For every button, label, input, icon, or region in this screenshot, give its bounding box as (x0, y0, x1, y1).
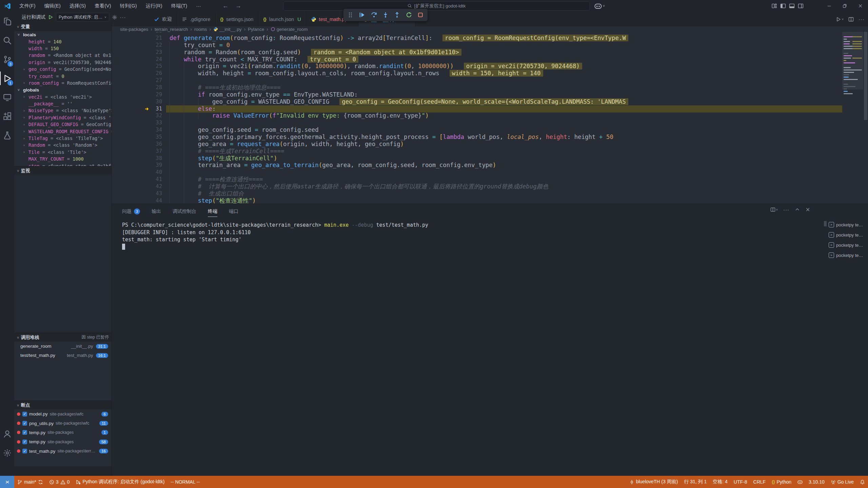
variable-row[interactable]: ›room_config = RoomRequestConfig(env_t… (14, 80, 112, 86)
variable-row[interactable]: __package__ = '' (14, 100, 112, 107)
command-center-search[interactable]: [扩展开发宿主] godot-ldtk (283, 1, 590, 11)
code-line[interactable]: 30 geo_config = WASTELAND_GEO_CONFIGgeo_… (112, 98, 841, 105)
code-line[interactable]: 36 geo_area = request_area(origin, width… (112, 141, 841, 148)
code-line[interactable]: 29 if room_config.env_type == EnvType.WA… (112, 91, 841, 98)
debug-session[interactable]: Python 调试程序: 启动文件 (godot-ldtk) (73, 476, 167, 488)
variable-row[interactable]: MAX_TRY_COUNT = 1000 (14, 156, 112, 162)
encoding[interactable]: UTF-8 (731, 476, 750, 488)
code-line[interactable]: 43 # 生成出口组合 (112, 190, 841, 197)
variable-row[interactable]: width = 150 (14, 45, 112, 52)
split-terminal-button[interactable]: ˅ (770, 207, 778, 212)
code-line[interactable]: 20 (112, 32, 841, 35)
go-live[interactable]: Go Live (828, 476, 857, 488)
variable-row[interactable]: random = <Random object at 0x1bf9d01e… (14, 52, 112, 59)
call-stack-section-header[interactable]: ˅ 调用堆栈 因 step 已暂停 (14, 333, 112, 342)
breakpoint-row[interactable]: ✓png_utils.pysite-packages\wfc11 (14, 419, 112, 428)
breadcrumb-item[interactable]: __init__.py (213, 27, 241, 32)
minimize-button[interactable] (821, 0, 837, 12)
breakpoint-checkbox[interactable]: ✓ (22, 421, 27, 426)
run-python-file-button[interactable]: ˅ (836, 17, 844, 22)
code-line[interactable]: 23 random = Random(room_config.seed)rand… (112, 49, 841, 56)
code-line[interactable]: 25 origin = vec2i(random.randint(0, 1000… (112, 63, 841, 70)
stop-button[interactable] (415, 10, 426, 20)
menu-2[interactable]: 选择(S) (65, 0, 90, 12)
variable-row[interactable]: origin = vec2i(7205730, 9024468) (14, 59, 112, 66)
menu-1[interactable]: 编辑(E) (40, 0, 65, 12)
code-line[interactable]: 35 geo_config.primary_forces.geothermal_… (112, 134, 841, 141)
code-line[interactable]: 32 raise ValueError(f"Invalid env type: … (112, 112, 841, 119)
stack-frame[interactable]: generate_room__init__.py31:1 (14, 342, 112, 351)
tab-[interactable]: 欢迎 (149, 12, 177, 26)
toggle-panel-icon[interactable] (789, 3, 795, 9)
code-line[interactable]: 44 step("检查连通性") (112, 197, 841, 204)
code-line[interactable]: 28 # ====生成初始地理信息==== (112, 84, 841, 91)
menu-5[interactable]: 运行(R) (141, 0, 166, 12)
menu-7[interactable]: ··· (192, 0, 205, 12)
variable-row[interactable]: height = 140 (14, 38, 112, 45)
restart-button[interactable] (403, 10, 414, 20)
terminal-list-item[interactable]: >pocketpy te… (829, 250, 867, 260)
language-mode[interactable]: {}Python (769, 476, 794, 488)
terminal-output[interactable]: PS C:\computer_science\godot-ldtk\site-p… (122, 222, 827, 252)
code-line[interactable]: 34 geo_config.seed = room_config.seed (112, 126, 841, 134)
variables-section-header[interactable]: ˅ 变量 (14, 22, 112, 31)
customize-layout-icon[interactable] (771, 3, 777, 9)
activity-extensions[interactable] (0, 107, 14, 126)
panel-tab-终端[interactable]: 终端 (208, 204, 217, 219)
tab-settings.json[interactable]: {}settings.json (215, 12, 258, 26)
variable-row[interactable]: try_count = 0 (14, 73, 112, 79)
code-line[interactable]: 21def generate_room(room_config: RoomReq… (112, 35, 841, 42)
activity-search[interactable] (0, 31, 14, 50)
breadcrumb-item[interactable]: Pylance (248, 27, 264, 32)
gear-icon[interactable] (112, 15, 117, 20)
editor-scrollbar[interactable] (864, 32, 867, 120)
vim-mode[interactable]: -- NORMAL -- (167, 476, 203, 488)
more-actions-icon[interactable]: ··· (120, 14, 126, 20)
panel-tab-调试控制台[interactable]: 调试控制台 (173, 204, 196, 219)
tab-.gdignore[interactable]: .gdignore (177, 12, 215, 26)
close-panel-icon[interactable] (805, 207, 810, 212)
python-version[interactable]: 3.10.10 (806, 476, 828, 488)
copilot[interactable] (794, 476, 806, 488)
activity-account[interactable] (0, 424, 14, 443)
breakpoint-row[interactable]: ✓temp.pysite-packages1 (14, 428, 112, 437)
more-actions-icon[interactable]: ··· (783, 207, 789, 212)
watch-section-header[interactable]: ˅ 监视 (14, 166, 112, 175)
panel-tab-输出[interactable]: 输出 (152, 204, 161, 219)
more-actions-icon[interactable]: ··· (859, 16, 865, 22)
breadcrumb-item[interactable]: site-packages (120, 27, 148, 32)
step-out-button[interactable] (392, 10, 402, 20)
code-line[interactable]: 41 # ====检查连通性==== (112, 176, 841, 183)
notifications[interactable] (857, 476, 868, 488)
continue-button[interactable] (357, 10, 367, 20)
terminal-list-item[interactable]: >pocketpy te… (829, 220, 867, 230)
breakpoint-row[interactable]: ✓model.pysite-packages\wfc6 (14, 409, 112, 419)
breakpoint-checkbox[interactable]: ✓ (22, 440, 27, 444)
activity-remote-explorer[interactable] (0, 88, 14, 107)
code-line[interactable]: 33 (112, 119, 841, 126)
stack-frame[interactable]: test/test_math.pytest_math.py16:1 (14, 351, 112, 360)
restore-button[interactable] (837, 0, 852, 12)
code-line[interactable]: 42 # 计算每一个出口的中心，然后使用astar生成路径，确保每一个出口组合都… (112, 183, 841, 190)
menu-6[interactable]: 终端(T) (167, 0, 192, 12)
variable-row[interactable]: ›WASTELAND_ROOM_REQUEST_CONFIG = RoomR… (14, 128, 112, 135)
breakpoints-section-header[interactable]: ˅ 断点 (14, 401, 112, 409)
breakpoint-checkbox[interactable]: ✓ (22, 430, 27, 435)
breadcrumb-item[interactable]: terrain_research (155, 27, 188, 32)
code-line[interactable]: 39 terrain_area = geo_area_to_terrain(ge… (112, 162, 841, 169)
debug-config-dropdown[interactable]: Python 调试程序: 启… ˅ (56, 13, 109, 21)
code-line[interactable]: 27 (112, 77, 841, 84)
code-editor[interactable]: 2021def generate_room(room_config: RoomR… (112, 32, 868, 204)
start-debug-icon[interactable] (48, 15, 53, 20)
menu-3[interactable]: 查看(V) (90, 0, 115, 12)
breakpoint-checkbox[interactable]: ✓ (22, 449, 27, 453)
step-into-button[interactable] (380, 10, 391, 20)
activity-source-control[interactable]: 3 (0, 50, 14, 69)
step-over-button[interactable] (369, 10, 379, 20)
variable-row[interactable]: ›PlanetaryWindConfig = <class 'Planeta… (14, 114, 112, 121)
menu-4[interactable]: 转到(G) (116, 0, 141, 12)
code-line[interactable]: 26 width, height = room_config.layout.n_… (112, 70, 841, 77)
indentation[interactable]: 空格: 4 (710, 476, 731, 488)
maximize-panel-icon[interactable] (795, 207, 800, 212)
close-button[interactable] (852, 0, 868, 12)
